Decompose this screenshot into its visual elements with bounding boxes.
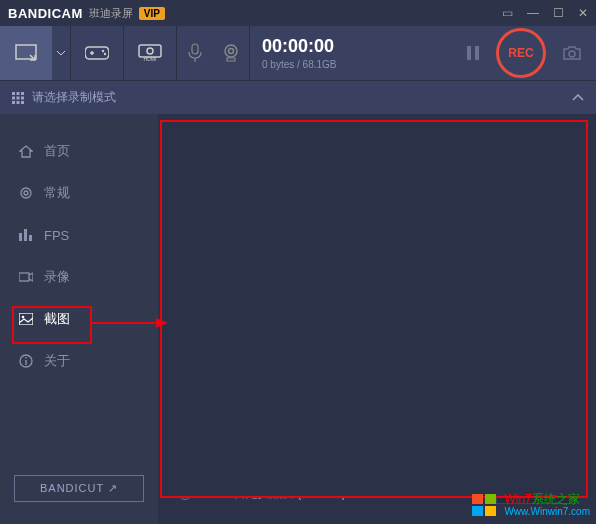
info-icon bbox=[18, 354, 34, 368]
settings-button[interactable]: 设置 bbox=[416, 281, 576, 305]
svg-rect-10 bbox=[475, 46, 479, 60]
format-row-bmp: BMP bbox=[178, 360, 576, 386]
cursor-label: 显示鼠标指针 bbox=[200, 225, 272, 242]
toolbar: HDMI 00:00:00 0 bytes / 68.1GB REC bbox=[0, 26, 596, 80]
timer-block: 00:00:00 0 bytes / 68.1GB bbox=[250, 36, 460, 70]
svg-point-1 bbox=[102, 50, 104, 52]
repeat-checkbox[interactable] bbox=[178, 196, 192, 210]
svg-rect-24 bbox=[24, 229, 27, 241]
svg-point-28 bbox=[22, 316, 25, 319]
hotkey-checkbox[interactable] bbox=[178, 166, 192, 180]
sidebar-item-about[interactable]: 关于 bbox=[0, 340, 158, 382]
svg-point-11 bbox=[569, 51, 575, 57]
format-section-title: 格式 bbox=[178, 330, 576, 348]
screen-mode-button[interactable] bbox=[0, 26, 52, 80]
format-radio-jpg-high[interactable] bbox=[178, 456, 192, 470]
mic-button[interactable] bbox=[177, 26, 213, 80]
format-row-png: PNG bbox=[178, 390, 576, 416]
svg-rect-13 bbox=[17, 92, 20, 95]
pause-button[interactable] bbox=[460, 26, 486, 80]
record-button[interactable]: REC bbox=[496, 28, 546, 78]
content-panel: 捕捉 热键 重复屏幕捕捉 显示鼠标指针 添加水印 开启快门声音 设置 格式 BM bbox=[158, 114, 596, 524]
format-label: PNG bbox=[200, 396, 226, 410]
cursor-row: 显示鼠标指针 bbox=[178, 220, 576, 246]
sidebar-item-label: 首页 bbox=[44, 142, 70, 160]
format-label: JPG - 自定义品质 (20~100) bbox=[200, 485, 346, 502]
svg-rect-30 bbox=[25, 360, 26, 365]
format-radio-jpg-normal[interactable] bbox=[178, 426, 192, 440]
folder-icon[interactable]: ▭ bbox=[502, 6, 513, 20]
vip-badge: VIP bbox=[139, 7, 165, 20]
mode-prompt-label: 请选择录制模式 bbox=[32, 89, 116, 106]
sidebar-item-screenshot[interactable]: 截图 bbox=[0, 298, 158, 340]
format-radio-png[interactable] bbox=[178, 396, 192, 410]
watermark-row: 添加水印 bbox=[178, 250, 576, 276]
svg-point-21 bbox=[21, 188, 31, 198]
maximize-button[interactable]: ☐ bbox=[553, 6, 564, 20]
svg-rect-20 bbox=[21, 101, 24, 104]
home-icon bbox=[18, 144, 34, 158]
hotkey-field[interactable] bbox=[416, 162, 576, 184]
mode-dropdown-button[interactable] bbox=[52, 26, 70, 80]
mode-bar[interactable]: 请选择录制模式 bbox=[0, 80, 596, 114]
svg-rect-0 bbox=[16, 45, 36, 59]
repeat-field bbox=[416, 192, 576, 214]
bandicut-button[interactable]: BANDICUT ↗ bbox=[14, 475, 144, 502]
format-label: JPG - 高品质 bbox=[200, 455, 270, 472]
gear-icon bbox=[18, 186, 34, 200]
fps-icon bbox=[18, 229, 34, 241]
svg-rect-19 bbox=[17, 101, 20, 104]
watermark-checkbox[interactable] bbox=[178, 256, 192, 270]
svg-rect-14 bbox=[21, 92, 24, 95]
window-controls: ▭ — ☐ ✕ bbox=[502, 6, 588, 20]
brand-logo: BANDICAM bbox=[8, 6, 83, 21]
svg-rect-31 bbox=[25, 357, 26, 358]
record-label: REC bbox=[508, 46, 533, 60]
svg-rect-18 bbox=[12, 101, 15, 104]
format-row-jpg-custom: JPG - 自定义品质 (20~100) bbox=[178, 480, 576, 506]
svg-point-7 bbox=[225, 45, 237, 57]
svg-rect-16 bbox=[17, 96, 20, 99]
sidebar-item-label: FPS bbox=[44, 228, 69, 243]
size-display: 0 bytes / 68.1GB bbox=[262, 59, 337, 70]
sidebar-item-fps[interactable]: FPS bbox=[0, 214, 158, 256]
shutter-row: 开启快门声音 设置 bbox=[178, 280, 576, 306]
format-radio-bmp[interactable] bbox=[178, 366, 192, 380]
svg-rect-12 bbox=[12, 92, 15, 95]
svg-point-2 bbox=[104, 53, 106, 55]
chevron-up-icon[interactable] bbox=[572, 94, 584, 101]
brand-subtitle: 班迪录屏 bbox=[89, 6, 133, 21]
repeat-label: 重复屏幕捕捉 bbox=[200, 195, 272, 212]
screenshot-button[interactable] bbox=[556, 45, 588, 61]
format-label: JPG - 一般 bbox=[200, 425, 258, 442]
sidebar-item-label: 录像 bbox=[44, 268, 70, 286]
title-bar: BANDICAM 班迪录屏 VIP ▭ — ☐ ✕ bbox=[0, 0, 596, 26]
shutter-label: 开启快门声音 bbox=[200, 285, 272, 302]
svg-rect-9 bbox=[467, 46, 471, 60]
minimize-button[interactable]: — bbox=[527, 6, 539, 20]
video-icon bbox=[18, 271, 34, 283]
format-row-jpg-normal: JPG - 一般 bbox=[178, 420, 576, 446]
svg-point-8 bbox=[229, 49, 234, 54]
cursor-checkbox[interactable] bbox=[178, 226, 192, 240]
shutter-checkbox[interactable] bbox=[178, 286, 192, 300]
sidebar-item-label: 常规 bbox=[44, 184, 70, 202]
sidebar-item-general[interactable]: 常规 bbox=[0, 172, 158, 214]
game-mode-button[interactable] bbox=[71, 26, 123, 80]
timer-display: 00:00:00 bbox=[262, 36, 334, 57]
image-icon bbox=[18, 313, 34, 325]
sidebar-item-home[interactable]: 首页 bbox=[0, 130, 158, 172]
watermark-label: 添加水印 bbox=[200, 255, 248, 272]
sidebar: 首页 常规 FPS 录像 截图 关于 BANDICUT ↗ bbox=[0, 114, 158, 524]
hotkey-row: 热键 bbox=[178, 160, 576, 186]
format-radio-jpg-custom[interactable] bbox=[178, 486, 192, 500]
webcam-button[interactable] bbox=[213, 26, 249, 80]
mode-grid-icon bbox=[12, 92, 24, 104]
sidebar-item-video[interactable]: 录像 bbox=[0, 256, 158, 298]
svg-rect-17 bbox=[21, 96, 24, 99]
svg-rect-26 bbox=[19, 273, 29, 281]
close-button[interactable]: ✕ bbox=[578, 6, 588, 20]
main-area: 首页 常规 FPS 录像 截图 关于 BANDICUT ↗ 捕捉 热键 bbox=[0, 114, 596, 524]
svg-rect-25 bbox=[29, 235, 32, 241]
device-mode-button[interactable]: HDMI bbox=[124, 26, 176, 80]
